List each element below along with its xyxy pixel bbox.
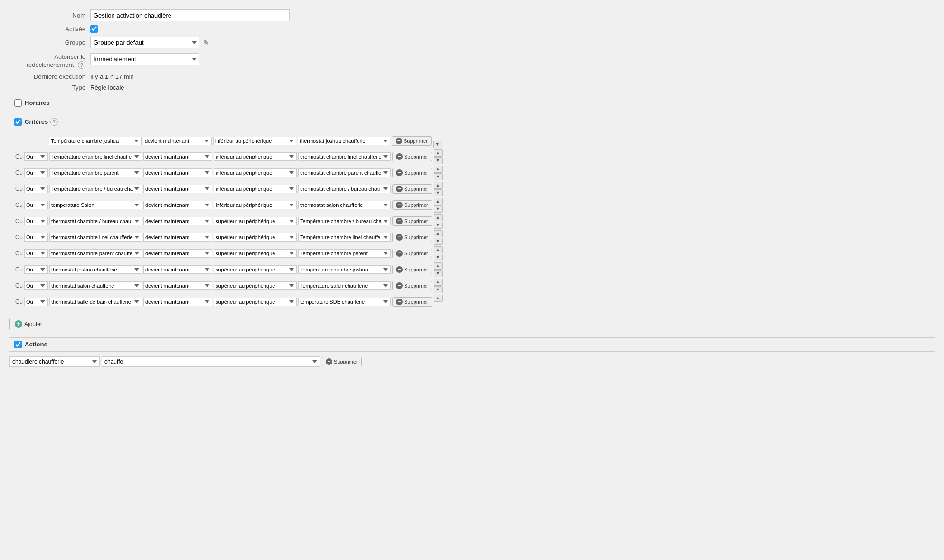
- edit-icon[interactable]: ✎: [203, 39, 209, 47]
- criteria-field-select[interactable]: Température chambre / bureau cha: [49, 185, 142, 193]
- criteria-field-select[interactable]: thermostat chambre parent chauffe: [49, 249, 142, 258]
- up-button[interactable]: ▲: [434, 246, 443, 253]
- up-button[interactable]: ▲: [434, 230, 443, 237]
- criteria-field-select[interactable]: thermostat joshua chaufferie: [49, 265, 142, 274]
- down-button[interactable]: ▼: [433, 141, 442, 148]
- ou-select[interactable]: OuEt: [24, 281, 48, 290]
- supprimer-button[interactable]: − Supprimer: [392, 297, 432, 307]
- ou-select[interactable]: OuEt: [24, 217, 48, 225]
- action-device-select[interactable]: chaudiere chaufferie: [9, 356, 100, 367]
- up-button[interactable]: ▲: [434, 262, 443, 270]
- criteria-condition-select[interactable]: devient maintenant: [143, 201, 212, 209]
- criteria-field-select[interactable]: thermostat chambre / bureau chau: [49, 217, 142, 225]
- criteria-comparator-select[interactable]: inférieur au périphérique: [214, 152, 297, 161]
- criteria-target-select[interactable]: thermostat chambre linel chaufferie: [298, 152, 391, 161]
- autoriser-select[interactable]: Immédiatement: [90, 53, 199, 65]
- horaires-checkbox[interactable]: [14, 99, 22, 107]
- supprimer-button[interactable]: − Supprimer: [392, 265, 432, 274]
- down-button[interactable]: ▼: [434, 222, 443, 229]
- criteria-condition-select[interactable]: devient maintenant: [143, 233, 212, 242]
- help-icon[interactable]: ?: [78, 61, 85, 69]
- criteria-comparator-select[interactable]: supérieur au périphérique: [214, 298, 297, 306]
- criteres-checkbox[interactable]: [14, 118, 22, 126]
- supprimer-button[interactable]: − Supprimer: [392, 249, 432, 258]
- criteria-target-select[interactable]: thermostat salon chaufferie: [298, 201, 391, 209]
- ou-select[interactable]: OuEt: [24, 233, 48, 242]
- criteria-field-select[interactable]: Température chambre joshua: [49, 137, 142, 145]
- down-button[interactable]: ▼: [434, 286, 443, 293]
- criteria-field-select[interactable]: thermostat salon chaufferie: [49, 281, 142, 290]
- ou-select[interactable]: OuEt: [24, 152, 48, 161]
- criteria-field-select[interactable]: thermostat chambre linel chaufferie: [49, 233, 142, 242]
- up-button[interactable]: ▲: [434, 214, 443, 221]
- ou-select[interactable]: OuEt: [24, 249, 48, 258]
- criteria-target-select[interactable]: temperature SDB chaufferie: [298, 298, 391, 306]
- action-action-select[interactable]: chauffe: [102, 356, 320, 367]
- criteria-comparator-select[interactable]: supérieur au périphérique: [214, 249, 297, 258]
- supprimer-button[interactable]: − Supprimer: [392, 233, 432, 242]
- action-supprimer-button[interactable]: − Supprimer: [322, 357, 362, 366]
- criteria-comparator-select[interactable]: inférieur au périphérique: [214, 185, 297, 193]
- groupe-select[interactable]: Groupe par défaut: [90, 37, 199, 48]
- criteria-condition-select[interactable]: devient maintenant: [143, 281, 212, 290]
- ou-select[interactable]: OuEt: [24, 168, 48, 177]
- criteria-field-select[interactable]: temperature Salon: [49, 201, 142, 209]
- nom-input[interactable]: [90, 9, 290, 21]
- criteria-target-select[interactable]: Température chambre joshua: [298, 265, 391, 274]
- supprimer-button[interactable]: − Supprimer: [392, 281, 432, 290]
- criteria-comparator-select[interactable]: supérieur au périphérique: [214, 233, 297, 242]
- criteria-condition-select[interactable]: devient maintenant: [143, 137, 212, 145]
- criteria-row: Ou OuEt temperature Salon devient mainte…: [9, 198, 935, 213]
- up-button[interactable]: ▲: [434, 198, 443, 205]
- criteria-target-select[interactable]: thermostat chambre parent chauffe: [298, 168, 391, 177]
- criteria-comparator-select[interactable]: inférieur au périphérique: [214, 168, 297, 177]
- criteria-condition-select[interactable]: devient maintenant: [143, 217, 212, 225]
- down-button[interactable]: ▼: [434, 173, 443, 180]
- criteria-condition-select[interactable]: devient maintenant: [143, 265, 212, 274]
- ou-select[interactable]: OuEt: [24, 201, 48, 209]
- down-button[interactable]: ▼: [434, 254, 443, 261]
- criteria-condition-select[interactable]: devient maintenant: [143, 152, 212, 161]
- supprimer-button[interactable]: − Supprimer: [392, 200, 432, 210]
- criteria-condition-select[interactable]: devient maintenant: [143, 185, 212, 193]
- actions-checkbox[interactable]: [14, 341, 22, 348]
- criteria-target-select[interactable]: Température chambre linel chauffe: [298, 233, 391, 242]
- activee-checkbox[interactable]: [90, 25, 98, 33]
- ou-select[interactable]: OuEt: [24, 298, 48, 306]
- supprimer-button[interactable]: − Supprimer: [392, 136, 432, 146]
- supprimer-button[interactable]: − Supprimer: [392, 216, 432, 226]
- criteria-target-select[interactable]: thermostat joshua chaufferie: [298, 137, 390, 145]
- criteria-target-select[interactable]: thermostat chambre / bureau chau: [298, 185, 391, 193]
- ou-select[interactable]: OuEt: [24, 265, 48, 274]
- criteria-field-select[interactable]: thermostat salle de bain chaufferie: [49, 298, 142, 306]
- supprimer-button[interactable]: − Supprimer: [392, 184, 432, 194]
- criteria-comparator-select[interactable]: supérieur au périphérique: [214, 217, 297, 225]
- up-button[interactable]: ▲: [434, 279, 443, 286]
- down-button[interactable]: ▼: [434, 189, 443, 196]
- criteria-target-select[interactable]: Température chambre / bureau cha: [298, 217, 391, 225]
- criteres-help-icon[interactable]: ?: [50, 118, 58, 126]
- down-button[interactable]: ▼: [434, 205, 443, 213]
- criteria-target-select[interactable]: Température salon chaufferie: [298, 281, 391, 290]
- criteria-condition-select[interactable]: devient maintenant: [143, 298, 212, 306]
- up-button[interactable]: ▲: [434, 166, 443, 173]
- criteria-condition-select[interactable]: devient maintenant: [143, 168, 212, 177]
- up-button[interactable]: ▲: [434, 182, 443, 189]
- criteria-comparator-select[interactable]: supérieur au périphérique: [214, 265, 297, 274]
- criteria-comparator-select[interactable]: inférieur au périphérique: [213, 137, 296, 145]
- down-button[interactable]: ▼: [434, 270, 443, 277]
- supprimer-button[interactable]: − Supprimer: [392, 152, 432, 161]
- up-button[interactable]: ▲: [434, 149, 443, 157]
- criteria-target-select[interactable]: Température chambre parent: [298, 249, 391, 258]
- criteria-comparator-select[interactable]: inférieur au périphérique: [214, 201, 297, 209]
- down-button[interactable]: ▼: [434, 238, 443, 245]
- up-button[interactable]: ▲: [434, 295, 443, 302]
- down-button[interactable]: ▼: [434, 157, 443, 164]
- ajouter-button[interactable]: + Ajouter: [9, 318, 47, 330]
- ou-select[interactable]: OuEt: [24, 185, 48, 193]
- criteria-field-select[interactable]: Température chambre linel chauffe: [49, 152, 142, 161]
- criteria-comparator-select[interactable]: supérieur au périphérique: [214, 281, 297, 290]
- criteria-condition-select[interactable]: devient maintenant: [143, 249, 212, 258]
- criteria-field-select[interactable]: Température chambre parent: [49, 168, 142, 177]
- supprimer-button[interactable]: − Supprimer: [392, 168, 432, 177]
